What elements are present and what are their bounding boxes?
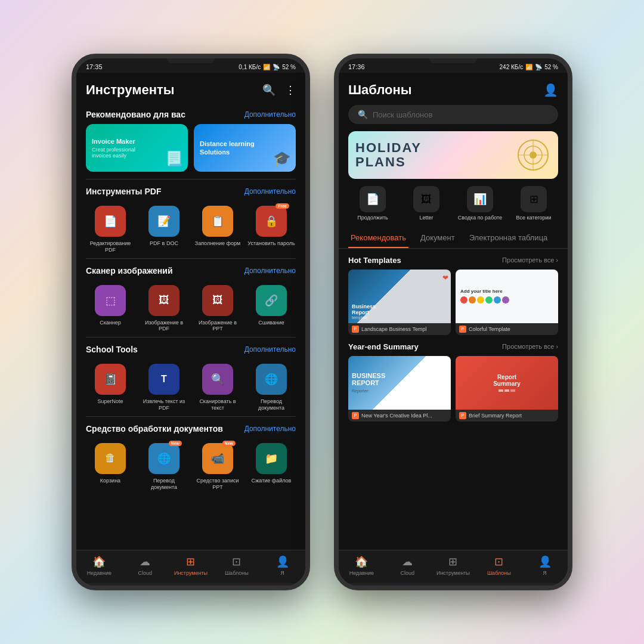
template-card-summary-label: P Brief Summary Report bbox=[456, 410, 558, 422]
tool-ppt-recorder-icon: 📹 New bbox=[202, 443, 233, 474]
recommended-header: Рекомендовано для вас Дополнительно bbox=[76, 103, 305, 124]
template-card-summary-name: Brief Summary Report bbox=[469, 413, 522, 419]
nav-tools-2[interactable]: ⊞ Инструменты bbox=[431, 555, 476, 576]
nav-me-1[interactable]: 👤 Я bbox=[259, 555, 305, 576]
school-section-header: School Tools Дополнительно bbox=[76, 338, 305, 359]
tool-doc-translate[interactable]: 🌐 New Перевод документа bbox=[140, 443, 188, 491]
tool-scanner-icon: ⬚ bbox=[95, 285, 126, 316]
category-letter[interactable]: 🖼 Letter bbox=[402, 186, 451, 221]
holiday-banner[interactable]: HOLIDAY PLANS bbox=[348, 131, 558, 179]
tool-stitch[interactable]: 🔗 Сшивание bbox=[247, 285, 296, 333]
templates-title: Шаблоны bbox=[348, 82, 412, 98]
tool-translate[interactable]: 🌐 Перевод документа bbox=[247, 364, 296, 411]
year-end-view-all[interactable]: Просмотреть все › bbox=[502, 343, 558, 350]
nav-templates-label-2: Шаблоны bbox=[487, 570, 511, 576]
status-icons-1: 0,1 КБ/с 📶 📡 52 % bbox=[239, 64, 296, 70]
doc-more[interactable]: Дополнительно bbox=[244, 425, 296, 433]
tool-scan-text-label: Сканировать в текст bbox=[193, 398, 242, 411]
hot-template-cards: Business Report template ❤ P Landscape B… bbox=[348, 270, 558, 335]
tools-header: Инструменты 🔍 ⋮ bbox=[76, 73, 305, 103]
nav-cloud-label-1: Cloud bbox=[138, 570, 152, 576]
tool-compress[interactable]: 📁 Сжатие файлов bbox=[247, 443, 296, 491]
banner-line1: HOLIDAY bbox=[355, 141, 422, 155]
tool-supernote[interactable]: 📓 SuperNote bbox=[86, 364, 135, 411]
tool-pdf-edit[interactable]: 📄 Редактирование PDF bbox=[86, 206, 135, 253]
nav-me-icon-2: 👤 bbox=[538, 555, 552, 568]
nav-templates-1[interactable]: ⊡ Шаблоны bbox=[213, 555, 259, 576]
nav-recent-1[interactable]: 🏠 Недавние bbox=[76, 555, 122, 576]
pdf-more[interactable]: Дополнительно bbox=[244, 187, 296, 196]
tool-pdf-doc[interactable]: 📝 PDF в DOC bbox=[140, 206, 188, 253]
doc-grid: 🗑 Корзина 🌐 New Перевод документа 📹 New … bbox=[76, 438, 305, 496]
template-card-year-biz-preview: BUSINESS REPORT Reporter: bbox=[348, 356, 451, 410]
template-card-business[interactable]: Business Report template ❤ P Landscape B… bbox=[348, 270, 451, 335]
tool-scan-text-icon: 🔍 bbox=[202, 364, 233, 395]
nav-cloud-2[interactable]: ☁ Cloud bbox=[385, 555, 431, 576]
pdf-tools-grid: 📄 Редактирование PDF 📝 PDF в DOC 📋 Запол… bbox=[76, 201, 305, 258]
school-more[interactable]: Дополнительно bbox=[244, 345, 296, 354]
tool-pdf-doc-icon: 📝 bbox=[148, 206, 179, 237]
tool-doc-translate-icon: 🌐 New bbox=[148, 443, 179, 474]
template-card-colorful-name: Colorful Template bbox=[469, 326, 510, 332]
rec-card-invoice[interactable]: Invoice Maker Creat professionalinvoices… bbox=[86, 124, 188, 172]
category-continue-icon: 📄 bbox=[360, 186, 386, 212]
template-card-year-biz[interactable]: BUSINESS REPORT Reporter: P New Year's C… bbox=[348, 356, 451, 422]
tool-img-ppt[interactable]: 🖼 Изображение в PPT bbox=[193, 285, 242, 333]
tab-recommend[interactable]: Рекомендовать bbox=[348, 228, 408, 248]
menu-icon[interactable]: ⋮ bbox=[285, 83, 296, 97]
nav-recent-label-1: Недавние bbox=[87, 570, 112, 576]
template-card-colorful-label: P Colorful Template bbox=[456, 323, 558, 335]
new-badge-translate: New bbox=[169, 441, 182, 446]
tool-img-ppt-label: Изображение в PPT bbox=[193, 320, 242, 333]
hot-templates-view-all[interactable]: Просмотреть все › bbox=[502, 256, 558, 264]
rec-card-invoice-subtitle: Creat professionalinvoices easily bbox=[92, 147, 135, 159]
status-bar-2: 17:36 242 КБ/с 📶 📡 52 % bbox=[339, 58, 568, 73]
category-all[interactable]: ⊞ Все категории bbox=[509, 186, 558, 221]
category-continue[interactable]: 📄 Продолжить bbox=[348, 186, 397, 221]
nav-tools-1[interactable]: ⊞ Инструменты bbox=[168, 555, 214, 576]
search-icon[interactable]: 🔍 bbox=[262, 83, 275, 97]
nav-cloud-icon-1: ☁ bbox=[140, 555, 150, 568]
category-all-label: Все категории bbox=[516, 215, 551, 221]
bottom-nav-2: 🏠 Недавние ☁ Cloud ⊞ Инструменты ⊡ Шабло… bbox=[339, 550, 568, 583]
template-card-summary[interactable]: Report Summary P Brief Summary Report bbox=[456, 356, 558, 422]
tool-scan-text[interactable]: 🔍 Сканировать в текст bbox=[193, 364, 242, 411]
phone-1: 17:35 0,1 КБ/с 📶 📡 52 % Инструменты 🔍 ⋮ … bbox=[72, 54, 310, 590]
recommended-more[interactable]: Дополнительно bbox=[244, 110, 296, 119]
tool-scanner-label: Сканнер bbox=[100, 320, 121, 326]
search-bar[interactable]: 🔍 Поиск шаблонов bbox=[348, 105, 558, 124]
tool-ppt-recorder[interactable]: 📹 New Средство записи PPT bbox=[193, 443, 242, 491]
tool-trash[interactable]: 🗑 Корзина bbox=[86, 443, 135, 491]
nav-me-label-1: Я bbox=[280, 570, 284, 576]
tab-document[interactable]: Документ bbox=[418, 228, 457, 248]
tool-translate-icon: 🌐 bbox=[256, 364, 287, 395]
tool-supernote-label: SuperNote bbox=[97, 398, 123, 405]
tool-pdf-pass[interactable]: 🔒 Free Установить пароль bbox=[247, 206, 296, 253]
tool-img-pdf[interactable]: 🖼 Изображение в PDF bbox=[140, 285, 188, 333]
scanner-more[interactable]: Дополнительно bbox=[244, 267, 296, 275]
recommended-title: Рекомендовано для вас bbox=[86, 110, 185, 119]
tool-pdf-fill[interactable]: 📋 Заполнение форм bbox=[193, 206, 242, 253]
tool-supernote-icon: 📓 bbox=[95, 364, 126, 395]
nav-cloud-1[interactable]: ☁ Cloud bbox=[122, 555, 168, 576]
template-card-colorful[interactable]: Add your title here P Colorful Templat bbox=[456, 270, 558, 335]
battery-1: 52 % bbox=[282, 64, 296, 70]
tool-scanner[interactable]: ⬚ Сканнер bbox=[86, 285, 135, 333]
rec-card-distance[interactable]: Distance learningSolutions 🎓 bbox=[194, 124, 296, 172]
battery-2: 52 % bbox=[544, 64, 558, 70]
rec-card-invoice-icon: 📃 bbox=[165, 150, 183, 167]
category-work-report-label: Сводка по работе bbox=[458, 215, 502, 221]
nav-recent-icon-2: 🏠 bbox=[355, 555, 368, 568]
profile-icon[interactable]: 👤 bbox=[543, 83, 558, 97]
tool-pdf-pass-icon: 🔒 Free bbox=[256, 206, 287, 237]
nav-me-2[interactable]: 👤 Я bbox=[522, 555, 568, 576]
rec-card-distance-icon: 🎓 bbox=[273, 150, 291, 167]
nav-templates-2[interactable]: ⊡ Шаблоны bbox=[476, 555, 522, 576]
time-1: 17:35 bbox=[86, 63, 103, 70]
category-work-report[interactable]: 📊 Сводка по работе bbox=[456, 186, 504, 221]
tab-spreadsheet[interactable]: Электронная таблица bbox=[467, 228, 550, 248]
tool-extract-text[interactable]: T Извлечь текст из PDF bbox=[140, 364, 188, 411]
category-continue-label: Продолжить bbox=[357, 215, 388, 221]
nav-recent-2[interactable]: 🏠 Недавние bbox=[339, 555, 385, 576]
free-badge: Free bbox=[275, 203, 289, 209]
